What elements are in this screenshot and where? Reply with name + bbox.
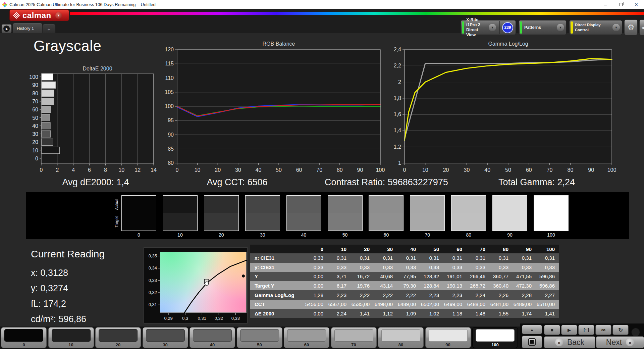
svg-text:0: 0 [40, 167, 43, 173]
svg-text:30: 30 [464, 167, 470, 173]
display-control-dropdown[interactable]: Direct Display Control ▼ [569, 20, 622, 35]
gamma-chart-plot: 11,21,41,61,822,22,401020304050607080901… [389, 41, 621, 175]
table-cell: 6481,00 [490, 301, 513, 307]
restore-button[interactable] [613, 0, 629, 9]
svg-text:120: 120 [165, 47, 174, 52]
pattern-patch-20[interactable]: 20 [95, 327, 141, 348]
next-button[interactable]: Next » [596, 336, 644, 348]
table-cell: 2,23 [443, 292, 467, 298]
svg-text:0,35: 0,35 [149, 253, 157, 258]
svg-text:0: 0 [176, 167, 179, 173]
table-cell: 6498,00 [374, 301, 397, 307]
grayscale-swatch-100 [534, 195, 569, 231]
pattern-patch-90[interactable]: 90 [425, 327, 471, 348]
continuous-measure-button[interactable]: ∞ [595, 325, 611, 335]
table-row: x: CIE310,330,310,310,310,310,310,310,31… [250, 253, 559, 263]
table-cell: 596,86 [536, 283, 559, 289]
table-cell: 0,31 [420, 255, 443, 261]
table-cell: 265,72 [467, 283, 490, 289]
pattern-patch-80[interactable]: 80 [378, 327, 424, 348]
swatch-target [246, 213, 280, 231]
pattern-patch-10[interactable]: 10 [48, 327, 94, 348]
pattern-window-button[interactable] [522, 336, 542, 348]
svg-text:20: 20 [215, 167, 221, 173]
svg-text:100: 100 [376, 167, 385, 173]
table-cell: 79,30 [397, 283, 420, 289]
swatch-level-label: 80 [451, 232, 486, 238]
table-cell: 128,84 [420, 283, 443, 289]
meter-dropdown[interactable]: X-Rite i1Pro 2 Direct View ▼ 239 [461, 20, 516, 35]
swatch-target [534, 213, 568, 231]
svg-text:1,6: 1,6 [394, 111, 401, 117]
swatch-target [204, 213, 238, 231]
play-measure-button[interactable]: ▶ [561, 325, 577, 335]
swatch-actual [534, 196, 568, 213]
pattern-patch-50[interactable]: 50 [237, 327, 282, 348]
pattern-patch-0[interactable]: 0 [1, 327, 47, 348]
pattern-patch-100[interactable]: 100 [472, 327, 518, 348]
table-cell: 0,33 [351, 264, 374, 270]
patterns-dropdown[interactable]: Patterns ▼ [519, 20, 567, 35]
table-cell: 0,33 [397, 264, 420, 270]
patch-label: 60 [284, 342, 329, 347]
table-cell: 0,33 [513, 264, 536, 270]
swatch-actual [369, 196, 403, 213]
loop-measure-button[interactable]: ↻ [612, 325, 629, 335]
add-icon: + [48, 26, 51, 32]
pattern-patch-40[interactable]: 40 [190, 327, 235, 348]
pattern-patch-60[interactable]: 60 [284, 327, 329, 348]
swatch-actual [493, 196, 527, 213]
table-row-label: y: CIE31 [250, 264, 305, 270]
svg-text:10: 10 [32, 148, 38, 153]
table-cell: 472,30 [513, 283, 536, 289]
collapse-panel-button[interactable]: ◀ [639, 19, 644, 35]
patch-swatch [4, 329, 43, 342]
rgb-balance-chart: RGB Balance 8085909510010511011512001020… [161, 41, 389, 179]
play-icon: ▶ [568, 328, 571, 333]
pattern-patch-30[interactable]: 30 [143, 327, 188, 348]
deltae-chart: DeltaE 2000 0246810121410090807060504030… [29, 66, 158, 175]
table-cell: 1,12 [374, 311, 397, 316]
tab-history-1[interactable]: History 1 [13, 23, 42, 33]
table-cell: 1,74 [513, 311, 536, 316]
add-tab-button[interactable]: + [43, 24, 55, 33]
back-button[interactable]: « Back [544, 336, 595, 348]
grayscale-swatch-90 [492, 195, 527, 231]
reading-x: x: 0,3128 [31, 265, 105, 281]
session-play-button[interactable]: ▶ [1, 24, 12, 33]
table-header-row: 0102030405060708090100 [250, 245, 559, 253]
svg-text:4: 4 [72, 167, 75, 173]
table-cell: 0,31 [374, 255, 397, 261]
table-cell: 0,33 [305, 264, 328, 270]
table-cell: 191,01 [443, 273, 467, 279]
page-title: Grayscale [34, 38, 102, 54]
table-cell: 0,31 [397, 255, 420, 261]
patterns-label: Patterns [524, 25, 541, 30]
table-row-label: CCT [250, 301, 305, 307]
calman-menu-chevron-icon: ▼ [55, 12, 62, 19]
cie-chart: 0,310,320,330,340,350,290,30,310,320,33 [144, 247, 248, 323]
settings-button[interactable]: ⚙ [624, 19, 638, 35]
current-reading-panel: Current Reading x: 0,3128 y: 0,3274 fL: … [31, 248, 105, 327]
swatch-target [410, 213, 444, 231]
table-cell: 2,28 [513, 292, 536, 298]
single-measure-button[interactable]: [··] [578, 325, 594, 335]
avg-de2000-stat: Avg dE2000: 1,4 [62, 177, 129, 188]
swatch-level-label: 90 [492, 232, 527, 238]
collapse-up-button[interactable]: ▲ [522, 325, 542, 334]
table-cell: 0,33 [374, 264, 397, 270]
table-cell: 0,33 [443, 264, 467, 270]
svg-text:10: 10 [118, 167, 124, 173]
stop-measure-button[interactable]: ■ [544, 325, 560, 335]
grayscale-swatch-0 [121, 195, 156, 231]
calman-menu-button[interactable]: calman ▼ [9, 9, 69, 21]
svg-text:110: 110 [165, 75, 174, 81]
close-button[interactable]: × [629, 0, 644, 9]
svg-text:90: 90 [32, 82, 38, 88]
pattern-patch-70[interactable]: 70 [331, 327, 377, 348]
table-cell: 0,31 [513, 255, 536, 261]
single-measure-icon: [··] [584, 328, 589, 332]
patterns-status-indicator [520, 21, 522, 34]
minimize-button[interactable]: – [598, 0, 613, 9]
swatch-level-label: 50 [328, 232, 363, 238]
